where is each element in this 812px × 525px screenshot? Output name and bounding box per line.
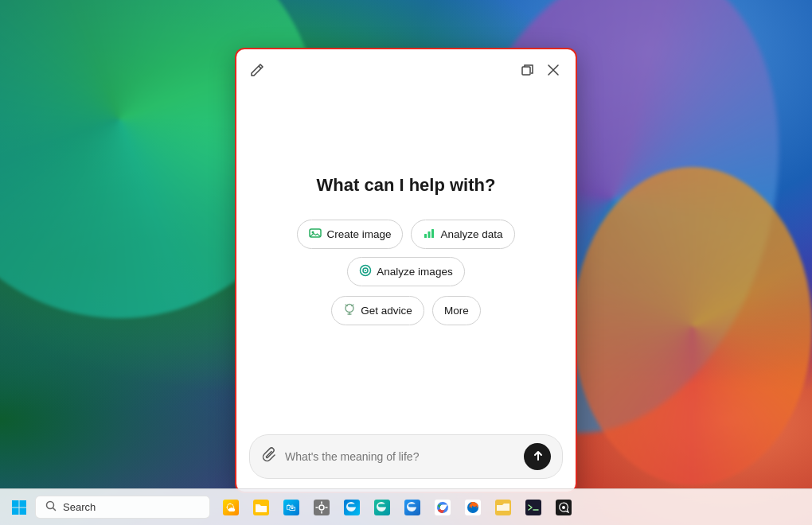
chat-content-area: What can I help with? Create image <box>236 88 576 422</box>
analyze-data-icon <box>423 227 435 242</box>
svg-rect-12 <box>20 508 27 515</box>
taskbar-app-settings[interactable] <box>307 493 336 522</box>
analyze-data-label: Analyze data <box>440 228 502 240</box>
svg-point-25 <box>440 505 445 510</box>
chat-heading: What can I help with? <box>317 175 496 196</box>
analyze-images-label: Analyze images <box>377 266 452 278</box>
get-advice-icon <box>343 303 356 318</box>
attach-icon[interactable] <box>261 447 277 467</box>
analyze-data-button[interactable]: Analyze data <box>411 220 514 249</box>
titlebar-right <box>518 60 563 80</box>
taskbar-app-widgets[interactable]: 🌤 <box>217 493 245 522</box>
taskbar-app-edge-can[interactable] <box>368 493 396 522</box>
taskbar-app-chrome[interactable] <box>428 493 457 522</box>
send-icon <box>532 449 545 465</box>
svg-rect-9 <box>12 500 19 508</box>
svg-rect-0 <box>522 67 530 75</box>
svg-rect-4 <box>428 231 431 238</box>
taskbar-app-chatgpt[interactable] <box>549 493 578 522</box>
taskbar-search[interactable]: Search <box>35 496 210 519</box>
chat-input[interactable] <box>285 450 516 463</box>
new-chat-button[interactable] <box>249 62 265 78</box>
svg-text:🌤: 🌤 <box>225 502 236 514</box>
search-text: Search <box>63 501 96 513</box>
chat-window: What can I help with? Create image <box>235 48 577 493</box>
swirl-orange <box>573 167 812 485</box>
taskbar-app-edge[interactable] <box>338 493 366 522</box>
svg-point-8 <box>365 270 366 271</box>
svg-rect-11 <box>12 508 19 515</box>
create-image-label: Create image <box>326 228 391 240</box>
restore-button[interactable] <box>518 60 537 80</box>
chat-input-area <box>236 422 576 492</box>
search-icon <box>45 500 57 514</box>
action-buttons-row-2: Get advice More <box>331 296 480 325</box>
start-button[interactable] <box>6 495 32 520</box>
svg-rect-3 <box>424 234 427 238</box>
taskbar-app-file-explorer[interactable] <box>247 493 275 522</box>
window-titlebar <box>236 49 576 88</box>
windows-logo-icon <box>11 500 27 515</box>
more-button[interactable]: More <box>432 296 481 325</box>
titlebar-left <box>249 62 265 78</box>
action-buttons-row-1: Create image Analyze data <box>252 220 560 286</box>
close-button[interactable] <box>544 60 563 80</box>
taskbar-app-terminal[interactable] <box>519 493 548 522</box>
svg-rect-5 <box>431 229 434 238</box>
taskbar-app-folder[interactable] <box>489 493 517 522</box>
taskbar-app-ms-store[interactable]: 🛍 <box>277 493 306 522</box>
more-label: More <box>444 305 469 317</box>
create-image-icon <box>309 227 322 242</box>
create-image-button[interactable]: Create image <box>297 220 403 249</box>
taskbar-apps: 🌤 🛍 <box>217 493 806 522</box>
taskbar-app-firefox[interactable] <box>459 493 487 522</box>
analyze-images-icon <box>359 264 372 279</box>
chat-input-wrapper <box>249 434 563 479</box>
taskbar: Search 🌤 🛍 <box>0 488 812 525</box>
get-advice-label: Get advice <box>361 305 412 317</box>
svg-text:🛍: 🛍 <box>286 502 295 513</box>
taskbar-app-edge-dev[interactable] <box>398 493 427 522</box>
send-button[interactable] <box>524 443 551 470</box>
svg-rect-29 <box>525 500 541 515</box>
analyze-images-button[interactable]: Analyze images <box>347 257 464 286</box>
svg-rect-10 <box>20 500 27 508</box>
get-advice-button[interactable]: Get advice <box>331 296 424 325</box>
svg-point-31 <box>562 506 565 509</box>
